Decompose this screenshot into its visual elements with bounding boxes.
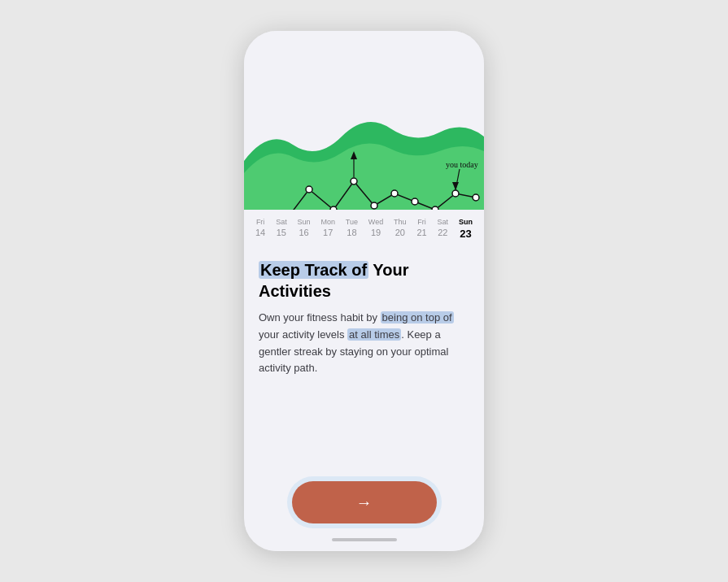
you-today-label: you today bbox=[446, 160, 478, 169]
cal-day-wed19: Wed 19 bbox=[368, 218, 383, 237]
cal-day-fri21: Fri 21 bbox=[416, 218, 426, 237]
cal-day-tue18: Tue 18 bbox=[346, 218, 358, 237]
body-text: Own your fitness habit by being on top o… bbox=[259, 310, 469, 377]
content-section: Keep Track of Your Activities Own your f… bbox=[244, 245, 484, 460]
cal-day-sun16: Sun 16 bbox=[298, 218, 311, 237]
cal-day-mon17: Mon 17 bbox=[320, 218, 335, 237]
svg-point-9 bbox=[452, 190, 459, 197]
svg-point-2 bbox=[306, 186, 312, 193]
svg-point-4 bbox=[351, 178, 357, 185]
arrow-icon: → bbox=[356, 493, 373, 512]
cal-day-fri14: Fri 14 bbox=[255, 218, 265, 237]
home-bar bbox=[332, 538, 397, 541]
cta-button-wrapper: → bbox=[287, 476, 442, 528]
svg-point-5 bbox=[371, 202, 377, 209]
svg-point-8 bbox=[432, 206, 438, 210]
next-button[interactable]: → bbox=[292, 481, 437, 523]
cal-day-sat22: Sat 22 bbox=[438, 218, 449, 237]
cal-day-sat15: Sat 15 bbox=[276, 218, 287, 237]
home-indicator bbox=[244, 528, 484, 551]
headline: Keep Track of Your Activities bbox=[259, 259, 469, 302]
headline-highlight: Keep Track of bbox=[259, 261, 368, 279]
cal-day-sun23[interactable]: Sun 23 bbox=[459, 218, 473, 240]
svg-point-6 bbox=[391, 190, 398, 197]
cta-area: → bbox=[244, 460, 484, 528]
activity-chart: you today Activity Path bbox=[244, 31, 484, 210]
svg-point-7 bbox=[412, 198, 418, 205]
svg-point-10 bbox=[473, 194, 479, 201]
phone-frame: you today Activity Path Fri 14 Sat 15 Su… bbox=[244, 31, 484, 551]
cal-day-thu20: Thu 20 bbox=[394, 218, 407, 237]
svg-point-3 bbox=[330, 206, 337, 210]
calendar-row: Fri 14 Sat 15 Sun 16 Mon 17 Tue 18 Wed 1… bbox=[244, 210, 484, 245]
